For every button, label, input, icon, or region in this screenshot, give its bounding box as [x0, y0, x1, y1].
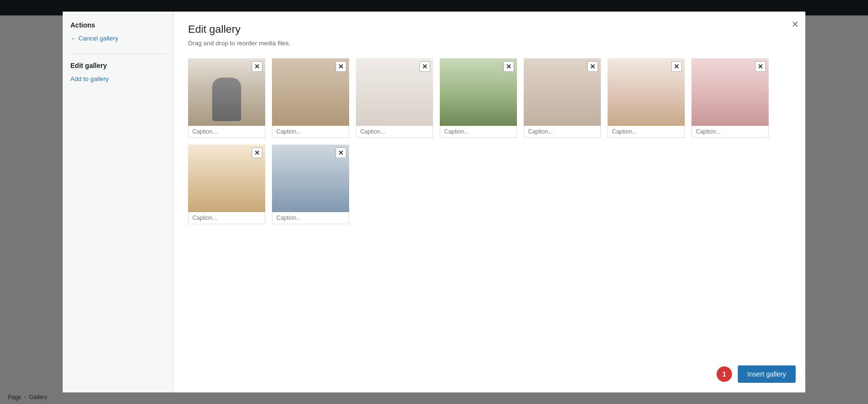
remove-item-5-button[interactable]: ✕	[587, 61, 598, 72]
gallery-image-8: ✕	[188, 145, 265, 212]
gallery-item: ✕	[440, 58, 517, 138]
gallery-item: ✕	[356, 58, 433, 138]
caption-input-7[interactable]	[692, 126, 769, 138]
remove-item-7-button[interactable]: ✕	[755, 61, 766, 72]
remove-item-4-button[interactable]: ✕	[503, 61, 514, 72]
gallery-image-9: ✕	[272, 145, 349, 212]
remove-item-1-button[interactable]: ✕	[252, 61, 262, 72]
actions-title: Actions	[70, 21, 165, 29]
caption-input-9[interactable]	[272, 212, 349, 224]
remove-item-6-button[interactable]: ✕	[671, 61, 682, 72]
cancel-gallery-link[interactable]: ← Cancel gallery	[70, 35, 165, 42]
selection-count-badge: 1	[717, 366, 732, 382]
edit-gallery-subtitle: Edit gallery	[70, 62, 165, 69]
gallery-item: ✕	[272, 145, 349, 224]
gallery-item: ✕	[188, 145, 265, 224]
gallery-image-5: ✕	[524, 58, 601, 126]
gallery-image-1: ✕	[188, 58, 265, 126]
remove-item-3-button[interactable]: ✕	[420, 61, 430, 72]
gallery-item: ✕	[692, 58, 769, 138]
caption-input-2[interactable]	[272, 126, 349, 138]
insert-gallery-button[interactable]: Insert gallery	[738, 365, 796, 383]
modal-title: Edit gallery	[188, 23, 791, 36]
gallery-item: ✕	[524, 58, 601, 138]
caption-input-5[interactable]	[524, 126, 601, 138]
gallery-image-6: ✕	[608, 58, 685, 126]
gallery-image-4: ✕	[440, 58, 517, 126]
add-to-gallery-link[interactable]: Add to gallery	[70, 75, 165, 82]
remove-item-2-button[interactable]: ✕	[336, 61, 346, 72]
modal-overlay: × Actions ← Cancel gallery Edit gallery …	[0, 0, 868, 404]
gallery-item: ✕	[272, 58, 349, 138]
gallery-image-3: ✕	[356, 58, 433, 126]
gallery-grid: ✕ ✕ ✕	[188, 58, 791, 224]
caption-input-8[interactable]	[188, 212, 265, 224]
gallery-image-7: ✕	[692, 58, 769, 126]
caption-input-1[interactable]	[188, 126, 265, 138]
caption-input-6[interactable]	[608, 126, 685, 138]
caption-input-4[interactable]	[440, 126, 517, 138]
caption-input-3[interactable]	[356, 126, 433, 138]
main-content: Edit gallery Drag and drop to reorder me…	[174, 12, 805, 392]
remove-item-9-button[interactable]: ✕	[336, 148, 346, 158]
remove-item-8-button[interactable]: ✕	[252, 148, 262, 158]
modal-footer: 1 Insert gallery	[717, 365, 796, 383]
sidebar-divider	[70, 54, 165, 54]
gallery-item: ✕	[608, 58, 685, 138]
drag-hint: Drag and drop to reorder media files.	[188, 40, 791, 47]
modal-dialog: × Actions ← Cancel gallery Edit gallery …	[63, 12, 805, 392]
gallery-item: ✕	[188, 58, 265, 138]
modal-close-button[interactable]: ×	[792, 18, 799, 30]
sidebar: Actions ← Cancel gallery Edit gallery Ad…	[63, 12, 174, 392]
gallery-image-2: ✕	[272, 58, 349, 126]
